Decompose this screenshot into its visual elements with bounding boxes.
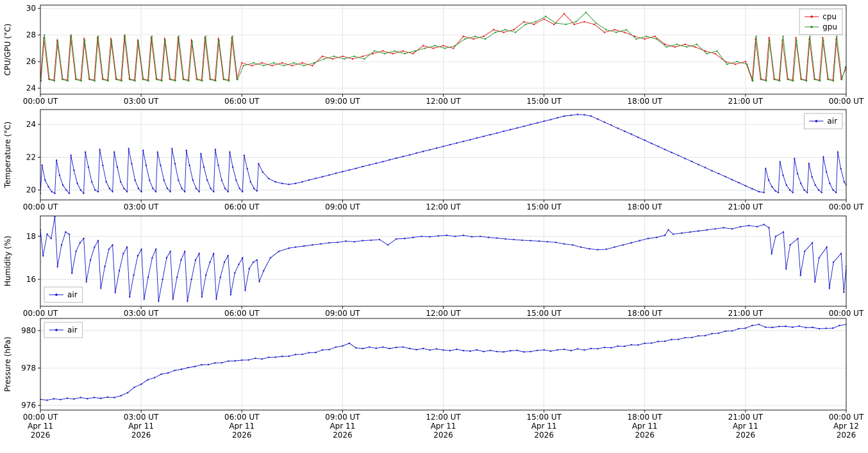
figure-canvas	[0, 0, 868, 453]
figure	[0, 0, 868, 453]
